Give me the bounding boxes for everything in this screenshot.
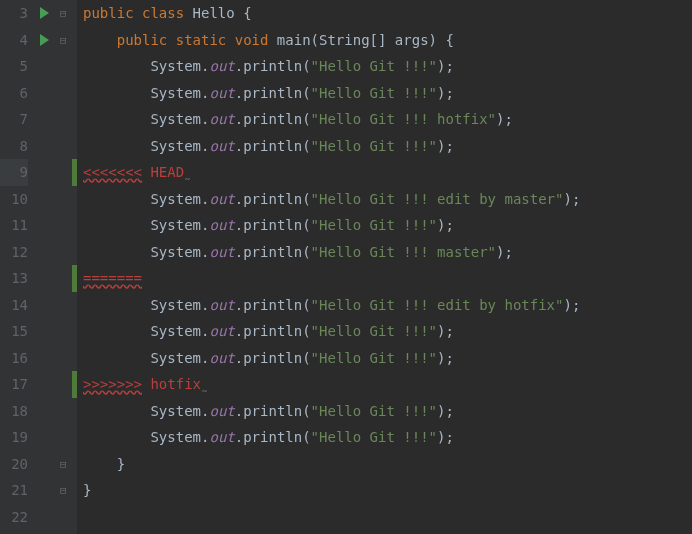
code-line: System.out.println("Hello Git !!!");	[83, 53, 692, 80]
conflict-marker-sep: =======	[83, 265, 692, 292]
code-line: System.out.println("Hello Git !!!");	[83, 212, 692, 239]
run-icon[interactable]	[40, 7, 49, 19]
line-number: 8	[0, 133, 28, 160]
line-number: 16	[0, 345, 28, 372]
line-number-gutter: 3 4 5 6 7 8 9 10 11 12 13 14 15 16 17 18…	[0, 0, 36, 534]
line-number: 21	[0, 477, 28, 504]
line-number: 5	[0, 53, 28, 80]
line-number: 3	[0, 0, 28, 27]
line-number: 12	[0, 239, 28, 266]
code-line: System.out.println("Hello Git !!!");	[83, 80, 692, 107]
line-number: 13	[0, 265, 28, 292]
fold-open-icon[interactable]: ⊟	[60, 28, 67, 55]
line-number: 18	[0, 398, 28, 425]
code-line: System.out.println("Hello Git !!!");	[83, 424, 692, 451]
conflict-marker-end: >>>>>>> hotfix˷	[83, 371, 692, 398]
line-number: 14	[0, 292, 28, 319]
code-line: }	[83, 477, 692, 504]
code-line: System.out.println("Hello Git !!!");	[83, 133, 692, 160]
fold-close-icon[interactable]: ⊟	[60, 478, 67, 505]
fold-open-icon[interactable]: ⊟	[60, 1, 67, 28]
line-number: 9	[0, 159, 28, 186]
code-line: System.out.println("Hello Git !!! edit b…	[83, 186, 692, 213]
line-number: 7	[0, 106, 28, 133]
fold-close-icon[interactable]: ⊟	[60, 452, 67, 479]
line-number: 6	[0, 80, 28, 107]
fold-gutter: ⊟ ⊟ ⊟ ⊟	[58, 0, 72, 534]
code-line: System.out.println("Hello Git !!! master…	[83, 239, 692, 266]
line-number: 17	[0, 371, 28, 398]
code-line: System.out.println("Hello Git !!!");	[83, 345, 692, 372]
line-number: 22	[0, 504, 28, 531]
code-line: System.out.println("Hello Git !!! hotfix…	[83, 106, 692, 133]
run-icon[interactable]	[40, 34, 49, 46]
code-line: System.out.println("Hello Git !!!");	[83, 318, 692, 345]
code-line: System.out.println("Hello Git !!! edit b…	[83, 292, 692, 319]
conflict-marker-start: <<<<<<< HEAD˷	[83, 159, 692, 186]
line-number: 19	[0, 424, 28, 451]
code-line: public class Hello {	[83, 0, 692, 27]
code-line: public static void main(String[] args) {	[83, 27, 692, 54]
run-gutter	[36, 0, 58, 534]
line-number: 15	[0, 318, 28, 345]
code-line: }	[83, 451, 692, 478]
editor-content[interactable]: public class Hello { public static void …	[77, 0, 692, 534]
line-number: 11	[0, 212, 28, 239]
line-number: 20	[0, 451, 28, 478]
line-number: 4	[0, 27, 28, 54]
line-number: 10	[0, 186, 28, 213]
code-line	[83, 504, 692, 531]
code-line: System.out.println("Hello Git !!!");	[83, 398, 692, 425]
